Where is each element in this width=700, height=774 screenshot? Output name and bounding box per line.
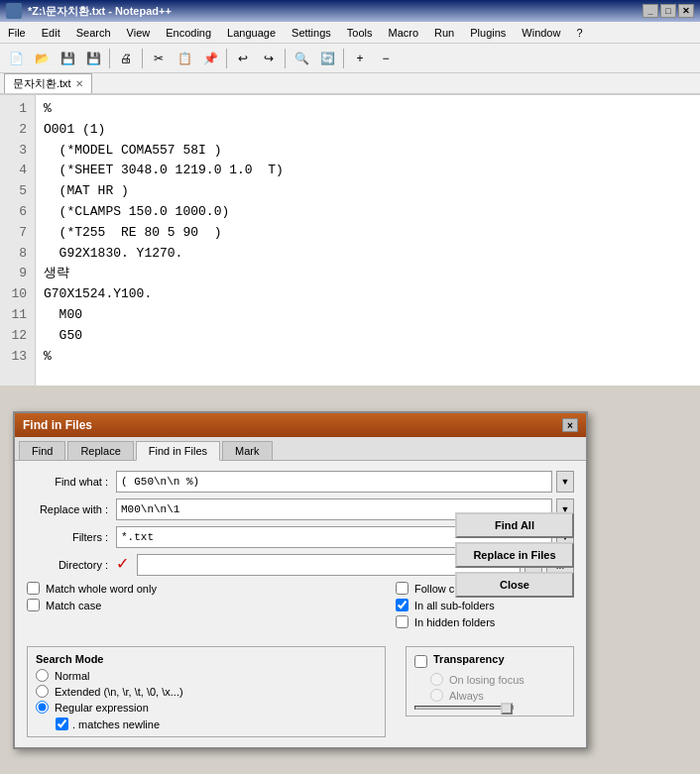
search-mode-box: Search Mode Normal Extended (\n, \r, \t,… [27, 646, 386, 737]
copy-button[interactable]: 📋 [173, 47, 196, 70]
line-num: 8 [4, 244, 27, 265]
match-whole-word-checkbox[interactable] [27, 582, 40, 595]
transparency-slider-thumb[interactable] [501, 703, 513, 715]
toolbar-sep-3 [226, 49, 227, 68]
menu-run[interactable]: Run [426, 22, 462, 43]
match-case-checkbox[interactable] [27, 599, 40, 611]
on-losing-focus-row: On losing focus [430, 673, 565, 686]
dialog-title-bar: Find in Files × [15, 413, 586, 437]
minimize-button[interactable]: _ [642, 4, 658, 18]
search-mode-label: Search Mode [36, 653, 377, 665]
menu-language[interactable]: Language [219, 22, 284, 43]
dialog-tab-mark[interactable]: Mark [222, 441, 272, 460]
line-num: 7 [4, 223, 27, 244]
zoom-in-button[interactable]: + [348, 47, 372, 70]
new-button[interactable]: 📄 [4, 47, 28, 70]
regex-radio-row: Regular expression [36, 701, 377, 714]
menu-edit[interactable]: Edit [34, 22, 68, 43]
dialog-tab-find[interactable]: Find [19, 441, 65, 460]
menu-file[interactable]: File [0, 22, 34, 43]
find-all-button[interactable]: Find All [455, 512, 574, 538]
normal-radio-row: Normal [36, 669, 377, 682]
find-replace-button[interactable]: 🔄 [315, 47, 339, 70]
transparency-section: Transparency On losing focus Always [406, 640, 574, 737]
menu-tools[interactable]: Tools [339, 22, 381, 43]
find-what-row: Find what : ▼ [27, 471, 574, 493]
menu-window[interactable]: Window [514, 22, 568, 43]
extended-label: Extended (\n, \r, \t, \0, \x...) [55, 686, 183, 698]
in-all-subfolders-label: In all sub-folders [414, 600, 495, 611]
open-button[interactable]: 📂 [30, 47, 54, 70]
code-content[interactable]: % O001 (1) (*MODEL COMA557 58I ) (*SHEET… [36, 95, 700, 386]
always-radio[interactable] [430, 689, 443, 702]
matches-newline-row: . matches newline [56, 718, 377, 730]
undo-button[interactable]: ↩ [231, 47, 255, 70]
on-losing-focus-label: On losing focus [449, 674, 525, 686]
menu-search[interactable]: Search [68, 22, 119, 43]
extended-radio-row: Extended (\n, \r, \t, \0, \x...) [36, 685, 377, 698]
menu-plugins[interactable]: Plugins [462, 22, 514, 43]
line-num: 10 [4, 284, 27, 305]
normal-radio[interactable] [36, 669, 49, 682]
maximize-button[interactable]: □ [660, 4, 676, 18]
cut-button[interactable]: ✂ [147, 47, 171, 70]
tab-file-1[interactable]: 문자치환.txt ✕ [4, 73, 92, 93]
dialog-title-text: Find in Files [23, 418, 92, 432]
toolbar-sep-4 [285, 49, 286, 68]
filters-label: Filters : [27, 531, 116, 543]
tab-bar: 문자치환.txt ✕ [0, 73, 700, 95]
find-button[interactable]: 🔍 [290, 47, 313, 70]
print-button[interactable]: 🖨 [114, 47, 138, 70]
find-what-input[interactable] [116, 471, 552, 493]
follow-current-doc-checkbox[interactable] [396, 582, 408, 595]
dialog-tab-find-in-files[interactable]: Find in Files [136, 441, 220, 461]
toolbar-sep-5 [343, 49, 344, 68]
menu-help[interactable]: ? [568, 22, 590, 43]
always-label: Always [449, 690, 484, 702]
line-num: 2 [4, 120, 27, 141]
menu-encoding[interactable]: Encoding [158, 22, 219, 43]
menu-settings[interactable]: Settings [284, 22, 339, 43]
in-hidden-folders-row: In hidden folders [396, 615, 574, 628]
left-checkboxes: Match whole word only Match case [27, 582, 396, 632]
editor-area[interactable]: 1 2 3 4 5 6 7 8 9 10 11 12 13 % O001 (1)… [0, 95, 700, 386]
replace-in-files-button[interactable]: Replace in Files [455, 542, 574, 568]
extended-radio[interactable] [36, 685, 49, 698]
line-num: 1 [4, 99, 27, 120]
menu-view[interactable]: View [119, 22, 159, 43]
toolbar: 📄 📂 💾 💾 🖨 ✂ 📋 📌 ↩ ↪ 🔍 🔄 + − [0, 44, 700, 73]
regex-radio[interactable] [36, 701, 49, 714]
save-all-button[interactable]: 💾 [81, 47, 105, 70]
zoom-out-button[interactable]: − [374, 47, 398, 70]
dialog-tab-replace[interactable]: Replace [67, 441, 133, 460]
find-dropdown-button[interactable]: ▼ [556, 471, 574, 493]
dialog-close-button[interactable]: × [562, 418, 578, 432]
tab-label-1: 문자치환.txt [13, 76, 71, 91]
window-title: *Z:\문자치환.txt - Notepad++ [28, 4, 172, 19]
paste-button[interactable]: 📌 [198, 47, 222, 70]
matches-newline-checkbox[interactable] [56, 718, 68, 730]
tab-close-1[interactable]: ✕ [75, 78, 83, 89]
line-numbers: 1 2 3 4 5 6 7 8 9 10 11 12 13 [0, 95, 36, 386]
always-radio-row: Always [430, 689, 565, 702]
match-case-row: Match case [27, 599, 396, 611]
match-case-label: Match case [46, 600, 101, 611]
in-all-subfolders-checkbox[interactable] [396, 599, 408, 611]
transparency-slider-track[interactable] [414, 706, 514, 710]
on-losing-focus-radio[interactable] [430, 673, 443, 686]
transparency-header-row: Transparency [414, 653, 565, 669]
in-hidden-folders-checkbox[interactable] [396, 615, 408, 628]
regex-label: Regular expression [55, 702, 149, 714]
redo-button[interactable]: ↪ [257, 47, 281, 70]
find-input-wrap: ▼ [116, 471, 574, 493]
line-num: 12 [4, 326, 27, 347]
transparency-checkbox[interactable] [414, 655, 427, 668]
close-button[interactable]: ✕ [678, 4, 694, 18]
save-button[interactable]: 💾 [56, 47, 79, 70]
menu-bar: File Edit Search View Encoding Language … [0, 22, 700, 44]
line-num: 9 [4, 264, 27, 284]
menu-macro[interactable]: Macro [380, 22, 426, 43]
close-dialog-button[interactable]: Close [455, 572, 574, 598]
toolbar-sep-2 [142, 49, 143, 68]
in-all-subfolders-row: In all sub-folders [396, 599, 574, 611]
